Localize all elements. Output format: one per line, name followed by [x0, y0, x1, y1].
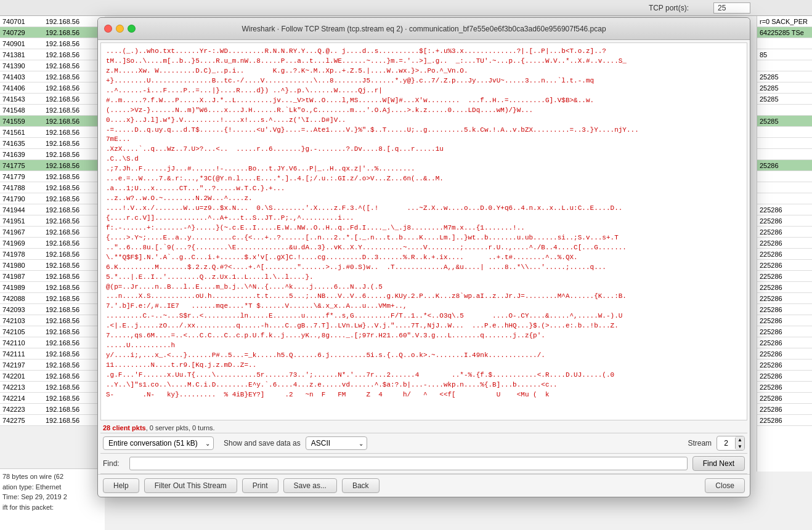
right-cell [757, 127, 812, 138]
packet-row[interactable]: 742201192.168.56 [0, 371, 105, 382]
right-cell [757, 60, 812, 71]
packet-row[interactable]: 741775192.168.56 [0, 160, 105, 171]
back-button[interactable]: Back [342, 478, 380, 493]
conversation-select[interactable]: Entire conversation (51 kB) [103, 436, 214, 450]
stream-value: 2 [717, 438, 736, 449]
right-cell: 225286 [757, 282, 812, 293]
packet-row[interactable]: 742214192.168.56 [0, 393, 105, 404]
help-button[interactable]: Help [103, 478, 139, 493]
packet-row[interactable]: 742111192.168.56 [0, 348, 105, 359]
packet-row[interactable]: 741381192.168.56 [0, 49, 105, 60]
close-traffic-light[interactable] [104, 25, 112, 33]
packet-num: 742214 [0, 395, 43, 402]
packet-src: 192.168.56 [43, 129, 105, 136]
packet-src: 192.168.56 [43, 151, 105, 158]
packet-row[interactable]: 741944192.168.56 [0, 204, 105, 215]
packet-row[interactable]: 741548192.168.56 [0, 105, 105, 116]
packet-src: 192.168.56 [43, 361, 105, 369]
packet-src: 192.168.56 [43, 18, 105, 25]
packet-src: 192.168.56 [43, 29, 105, 36]
packet-row[interactable]: 741790192.168.56 [0, 193, 105, 204]
find-label: Find: [103, 459, 124, 468]
packet-row[interactable]: 741989192.168.56 [0, 282, 105, 293]
dialog-content: ....(_.)..who.txt......Yr-:.WD.........R… [98, 40, 750, 497]
packet-row[interactable]: 742110192.168.56 [0, 337, 105, 348]
stream-decrement-button[interactable]: ▼ [736, 443, 744, 450]
packet-num: 741944 [0, 206, 43, 214]
packet-row[interactable]: 741403192.168.56 [0, 71, 105, 82]
print-button[interactable]: Print [242, 478, 278, 493]
packet-row[interactable]: 741543192.168.56 [0, 94, 105, 105]
find-input[interactable] [129, 457, 688, 470]
conversation-select-wrapper[interactable]: Entire conversation (51 kB) [103, 436, 214, 450]
maximize-traffic-light[interactable] [128, 25, 136, 33]
packet-num: 741788 [0, 184, 43, 191]
packet-row[interactable]: 742213192.168.56 [0, 382, 105, 393]
packet-row[interactable]: 742105192.168.56 [0, 326, 105, 337]
right-cell: 85 [757, 49, 812, 60]
packet-row[interactable]: 741788192.168.56 [0, 182, 105, 193]
show-save-label: Show and save data as [224, 439, 301, 448]
packet-row[interactable]: 741969192.168.56 [0, 238, 105, 249]
packet-row[interactable]: 742275192.168.56 [0, 415, 105, 426]
packet-row[interactable]: 742093192.168.56 [0, 304, 105, 315]
packet-row[interactable]: 741951192.168.56 [0, 215, 105, 227]
packet-src: 192.168.56 [43, 239, 105, 247]
packet-src: 192.168.56 [43, 51, 105, 58]
packet-row[interactable]: 741779192.168.56 [0, 171, 105, 182]
packet-row[interactable]: 740701192.168.56 [0, 16, 105, 27]
packet-src: 192.168.56 [43, 140, 105, 147]
stream-increment-button[interactable]: ▲ [736, 436, 744, 443]
packet-row[interactable]: 741967192.168.56 [0, 227, 105, 238]
encoding-select-wrapper[interactable]: ASCII [306, 436, 367, 450]
packet-row[interactable]: 741561192.168.56 [0, 127, 105, 138]
packet-num: 742111 [0, 350, 43, 358]
right-cell: 225286 [757, 393, 812, 404]
close-button[interactable]: Close [705, 478, 745, 493]
packet-row[interactable]: 742088192.168.56 [0, 293, 105, 304]
packet-src: 192.168.56 [43, 162, 105, 169]
packet-src: 192.168.56 [43, 106, 105, 114]
packet-row[interactable]: 740729192.168.56 [0, 27, 105, 38]
packet-src: 192.168.56 [43, 206, 105, 214]
encoding-select[interactable]: ASCII [306, 436, 367, 450]
packet-num: 741790 [0, 195, 43, 203]
packet-num: 741561 [0, 129, 43, 136]
packet-num: 741987 [0, 273, 43, 280]
packet-row[interactable]: 741980192.168.56 [0, 260, 105, 271]
packet-row[interactable]: 741987192.168.56 [0, 271, 105, 282]
packet-row[interactable]: 741406192.168.56 [0, 82, 105, 94]
right-cell: 225286 [757, 371, 812, 382]
stream-text-area[interactable]: ....(_.)..who.txt......Yr-:.WD.........R… [100, 42, 747, 420]
packet-row[interactable]: 742223192.168.56 [0, 404, 105, 415]
tcp-ports-value: 25 [713, 2, 750, 14]
filter-out-stream-button[interactable]: Filter Out This Stream [144, 478, 237, 493]
packet-src: 192.168.56 [43, 251, 105, 258]
packet-row[interactable]: 740901192.168.56 [0, 38, 105, 49]
top-bar: TCP port(s): 25 [0, 0, 812, 16]
packet-row[interactable]: 741978192.168.56 [0, 249, 105, 260]
right-cell: 225286 [757, 404, 812, 415]
find-next-button[interactable]: Find Next [692, 456, 745, 471]
tcp-ports-label: TCP port(s): [649, 4, 689, 12]
bottom-info-line1: 78 bytes on wire (62 [2, 472, 102, 482]
packet-num: 741639 [0, 151, 43, 158]
packet-row[interactable]: 741390192.168.56 [0, 60, 105, 71]
packet-num: 742197 [0, 361, 43, 369]
server-pkts: 0 server pkts [150, 424, 189, 432]
packet-row[interactable]: 741559192.168.56 [0, 116, 105, 127]
right-cell [757, 193, 812, 204]
right-cell: 25285 [757, 82, 812, 94]
packet-num: 740729 [0, 29, 43, 36]
packet-src: 192.168.56 [43, 84, 105, 92]
packet-num: 741980 [0, 262, 43, 269]
packet-row[interactable]: 741639192.168.56 [0, 149, 105, 160]
minimize-traffic-light[interactable] [116, 25, 124, 33]
client-pkts: 28 client pkts [103, 424, 146, 432]
right-cell: 225286 [757, 249, 812, 260]
packet-src: 192.168.56 [43, 228, 105, 236]
packet-row[interactable]: 741635192.168.56 [0, 138, 105, 149]
packet-row[interactable]: 742197192.168.56 [0, 359, 105, 371]
packet-row[interactable]: 742103192.168.56 [0, 315, 105, 326]
save-as-button[interactable]: Save as... [283, 478, 337, 493]
